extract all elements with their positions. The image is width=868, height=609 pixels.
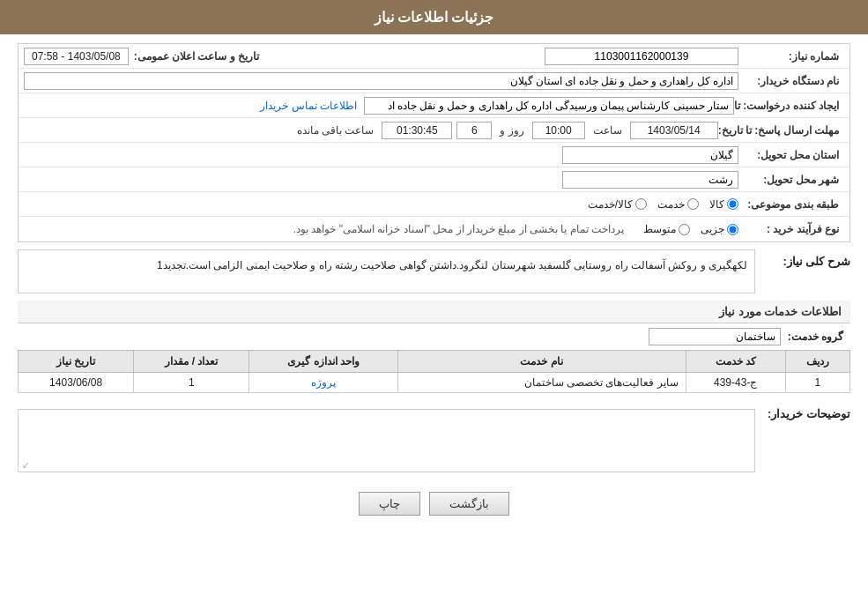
description-text: لکهگیری و روکش آسفالت راه روستایی گلسفید… bbox=[18, 249, 755, 293]
process-option-motavasset[interactable]: متوسط bbox=[643, 223, 690, 235]
category-radio-group: کالا خدمت کالا/خدمت bbox=[588, 198, 738, 211]
resize-handle-icon: ↙ bbox=[22, 460, 29, 470]
category-option-kala[interactable]: کالا bbox=[709, 198, 738, 211]
deadline-remaining-label: ساعت باقی مانده bbox=[293, 124, 378, 137]
city-label: شهر محل تحویل: bbox=[738, 174, 844, 186]
category-option-khedmat[interactable]: خدمت bbox=[657, 198, 699, 211]
creator-input bbox=[364, 97, 734, 115]
process-label: نوع فرآیند خرید : bbox=[738, 223, 844, 235]
deadline-remaining: 01:30:45 bbox=[382, 122, 452, 139]
cell-unit: پروژه bbox=[249, 373, 397, 393]
request-number-label: شماره نیاز: bbox=[738, 50, 844, 63]
col-unit: واحد اندازه گیری bbox=[249, 351, 397, 373]
request-number-input bbox=[545, 48, 738, 65]
col-code: کد خدمت bbox=[686, 351, 785, 373]
page-title: جزئیات اطلاعات نیاز bbox=[375, 10, 494, 25]
cell-qty: 1 bbox=[134, 373, 249, 393]
buyer-notes-content bbox=[19, 410, 754, 472]
category-option-kala-khedmat[interactable]: کالا/خدمت bbox=[588, 198, 647, 211]
services-section-title: اطلاعات خدمات مورد نیاز bbox=[18, 301, 850, 323]
category-label: طبقه بندی موضوعی: bbox=[738, 198, 844, 211]
back-button[interactable]: بازگشت bbox=[429, 492, 509, 516]
creator-label: ایجاد کننده درخواست: تا bbox=[734, 100, 844, 112]
col-qty: تعداد / مقدار bbox=[134, 351, 249, 373]
province-input bbox=[562, 146, 738, 164]
group-label: گروه خدمت: bbox=[788, 330, 843, 343]
process-option-jozi[interactable]: جزیی bbox=[701, 223, 738, 235]
buyer-notes-label: توضیحات خریدار: bbox=[762, 402, 850, 420]
col-name: نام خدمت bbox=[397, 351, 686, 373]
description-label: شرح کلی نیاز: bbox=[762, 249, 850, 268]
process-note: پرداخت تمام یا بخشی از مبلغ خریدار از مح… bbox=[293, 223, 624, 235]
table-row: 1 ج-43-439 سایر فعالیت‌های تخصصی ساختمان… bbox=[19, 373, 850, 393]
action-buttons: بازگشت چاپ bbox=[18, 492, 850, 516]
deadline-date: 1403/05/14 bbox=[630, 122, 718, 139]
deadline-time: 10:00 bbox=[532, 122, 585, 139]
announce-date-label: تاریخ و ساعت اعلان عمومی: bbox=[134, 50, 264, 63]
col-rownum: ردیف bbox=[785, 351, 849, 373]
cell-date: 1403/06/08 bbox=[19, 373, 134, 393]
print-button[interactable]: چاپ bbox=[359, 492, 420, 516]
buyer-notes-box: ↙ bbox=[18, 409, 755, 472]
buyer-org-label: نام دستگاه خریدار: bbox=[738, 75, 844, 87]
col-date: تاریخ نیاز bbox=[19, 351, 134, 373]
deadline-day-label: روز و bbox=[496, 124, 527, 137]
deadline-days: 6 bbox=[456, 122, 492, 139]
buyer-org-input bbox=[24, 72, 738, 90]
group-row: گروه خدمت: bbox=[18, 323, 850, 350]
deadline-label: مهلت ارسال پاسخ: تا تاریخ: bbox=[718, 124, 844, 137]
header-bar: جزئیات اطلاعات نیاز bbox=[0, 0, 868, 34]
cell-code: ج-43-439 bbox=[686, 373, 785, 393]
province-label: استان محل تحویل: bbox=[738, 149, 844, 161]
creator-contact-link[interactable]: اطلاعات تماس خریدار bbox=[260, 100, 357, 112]
cell-name: سایر فعالیت‌های تخصصی ساختمان bbox=[397, 373, 686, 393]
city-input bbox=[562, 171, 738, 189]
announce-date-value: 1403/05/08 - 07:58 bbox=[24, 48, 129, 65]
services-table: ردیف کد خدمت نام خدمت واحد اندازه گیری ت… bbox=[18, 350, 850, 393]
process-radio-group: جزیی متوسط bbox=[643, 223, 738, 235]
deadline-time-label: ساعت bbox=[590, 124, 626, 137]
cell-rownum: 1 bbox=[785, 373, 849, 393]
group-value-input bbox=[649, 328, 781, 345]
